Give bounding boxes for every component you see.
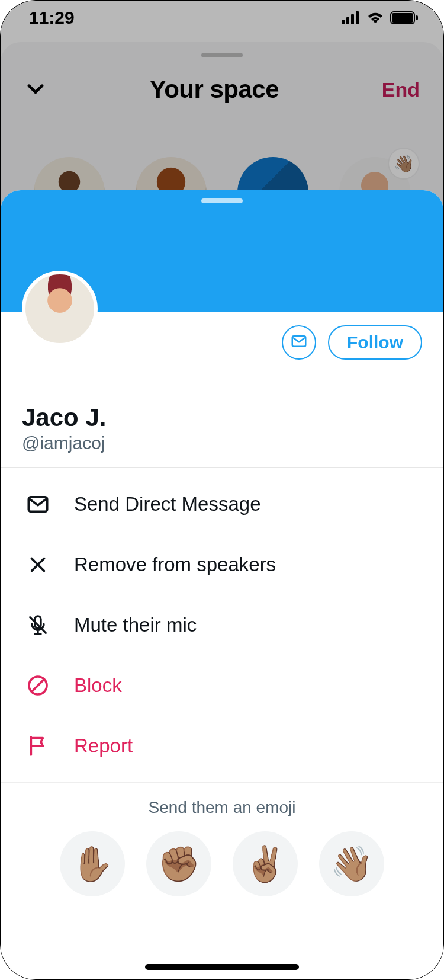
profile-avatar[interactable]: [22, 271, 98, 347]
mail-icon: [290, 332, 308, 353]
mic-off-icon: [24, 611, 52, 639]
menu-item-block[interactable]: Block: [1, 655, 443, 716]
menu-item-remove[interactable]: Remove from speakers: [1, 534, 443, 595]
emoji-wave[interactable]: 👋🏽: [319, 831, 384, 896]
handle: @iamjacoj: [22, 433, 422, 453]
device-frame: 11:29 Your space End: [0, 0, 444, 980]
home-indicator[interactable]: [145, 964, 299, 970]
menu-label: Block: [74, 674, 122, 697]
follow-button[interactable]: Follow: [328, 325, 422, 360]
profile-sheet: Follow Jaco J. @iamjacoj Send Direct Mes…: [1, 190, 443, 979]
menu: Send Direct Message Remove from speakers…: [1, 468, 443, 782]
profile-row: Follow: [1, 312, 443, 360]
emoji-row: ✋🏽 ✊🏽 ✌🏽 👋🏽: [1, 831, 443, 896]
emoji-raised-hand[interactable]: ✋🏽: [60, 831, 125, 896]
emoji-section: Send them an emoji ✋🏽 ✊🏽 ✌🏽 👋🏽: [1, 782, 443, 920]
block-icon: [24, 672, 52, 699]
emoji-peace[interactable]: ✌🏽: [233, 831, 298, 896]
emoji-prompt: Send them an emoji: [1, 798, 443, 817]
mail-icon: [24, 491, 52, 518]
menu-label: Remove from speakers: [74, 553, 276, 576]
menu-label: Mute their mic: [74, 614, 197, 636]
display-name: Jaco J.: [22, 403, 422, 432]
menu-label: Report: [74, 735, 133, 757]
grabber-handle[interactable]: [201, 198, 243, 203]
menu-item-mute[interactable]: Mute their mic: [1, 595, 443, 655]
menu-item-report[interactable]: Report: [1, 716, 443, 776]
name-block: Jaco J. @iamjacoj: [1, 360, 443, 467]
menu-label: Send Direct Message: [74, 493, 260, 515]
emoji-fist[interactable]: ✊🏽: [146, 831, 211, 896]
close-icon: [24, 551, 52, 578]
dm-button[interactable]: [282, 325, 316, 360]
flag-icon: [24, 732, 52, 760]
menu-item-dm[interactable]: Send Direct Message: [1, 474, 443, 534]
